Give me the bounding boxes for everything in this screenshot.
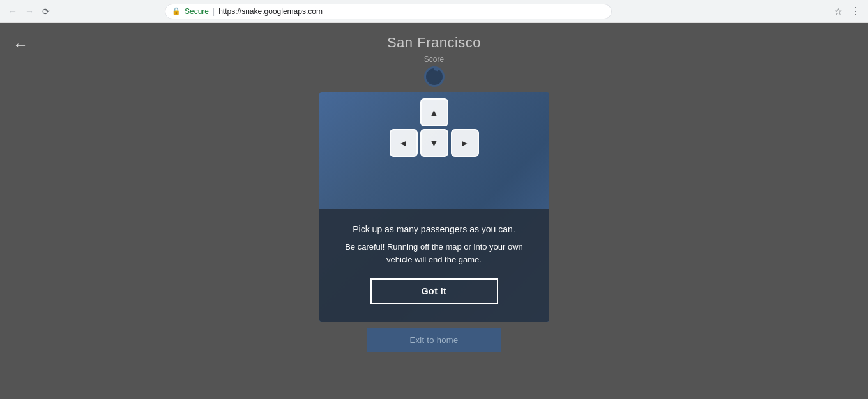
url-text: https://snake.googlemaps.com — [218, 7, 323, 16]
city-title: San Francisco — [387, 34, 481, 51]
down-button[interactable]: ▼ — [420, 129, 448, 157]
direction-controls: ▲ ◄ ▼ ► — [390, 98, 479, 157]
bookmark-button[interactable]: ☆ — [832, 6, 845, 17]
secure-label: Secure — [185, 7, 209, 16]
left-button[interactable]: ◄ — [390, 129, 418, 157]
instruction-line1: Pick up as many passengers as you can. — [353, 224, 515, 234]
exit-to-home-button[interactable]: Exit to home — [367, 328, 501, 352]
instruction-line2: Be careful! Running off the map or into … — [339, 241, 530, 266]
down-arrow-icon: ▼ — [430, 138, 439, 148]
right-button[interactable]: ► — [451, 129, 479, 157]
page-content: ← San Francisco Score ▲ ◄ ▼ — [0, 23, 868, 399]
back-button[interactable]: ← — [10, 33, 31, 56]
left-arrow-icon: ◄ — [399, 138, 408, 148]
back-nav-button[interactable]: ← — [5, 4, 20, 19]
instruction-overlay: Pick up as many passengers as you can. B… — [319, 209, 549, 322]
browser-chrome: ← → ⟳ 🔒 Secure | https://snake.googlemap… — [0, 0, 868, 23]
score-inner — [428, 70, 441, 83]
controls-middle-row: ◄ ▼ ► — [390, 129, 479, 157]
separator: | — [213, 7, 215, 16]
score-section: Score — [424, 55, 445, 87]
reload-button[interactable]: ⟳ — [38, 4, 54, 19]
address-bar[interactable]: 🔒 Secure | https://snake.googlemaps.com — [165, 4, 612, 19]
controls-top-row: ▲ — [420, 98, 448, 126]
menu-button[interactable]: ⋮ — [848, 4, 863, 19]
score-circle — [424, 66, 445, 87]
right-arrow-icon: ► — [461, 138, 469, 148]
got-it-button[interactable]: Got It — [370, 278, 498, 304]
game-area: ▲ ◄ ▼ ► Pick up as many passengers as yo… — [319, 92, 549, 322]
nav-buttons: ← → ⟳ — [5, 4, 54, 19]
score-label: Score — [424, 55, 444, 64]
up-button[interactable]: ▲ — [420, 98, 448, 126]
forward-nav-button[interactable]: → — [22, 4, 37, 19]
up-arrow-icon: ▲ — [430, 107, 439, 117]
lock-icon: 🔒 — [172, 7, 181, 15]
